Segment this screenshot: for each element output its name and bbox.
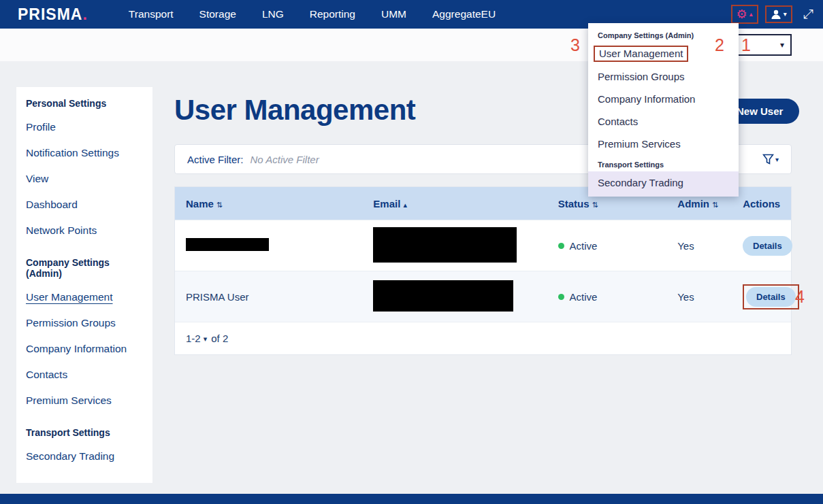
active-filter-value: No Active Filter (251, 154, 319, 165)
gear-icon: ⚙ (737, 8, 747, 20)
sidebar-item-profile[interactable]: Profile (26, 114, 143, 140)
menu-item-company-information[interactable]: Company Information (588, 88, 739, 110)
annotation-box-details: Details (743, 284, 799, 309)
pagination-total: of 2 (211, 333, 228, 344)
filter-menu-button[interactable]: ▾ (762, 154, 779, 165)
cell-actions: Details (732, 236, 791, 256)
sidebar: Personal Settings Profile Notification S… (16, 87, 152, 483)
sidebar-item-contacts[interactable]: Contacts (26, 362, 143, 388)
sort-icon: ⇅ (712, 201, 718, 209)
nav-item-lng[interactable]: LNG (262, 8, 284, 20)
active-filter-label: Active Filter: (187, 154, 244, 165)
sidebar-item-dashboard[interactable]: Dashboard (26, 192, 143, 218)
account-select[interactable]: 1 ▾ (734, 34, 792, 56)
page-title: User Management (174, 94, 415, 127)
settings-gear-button[interactable]: ⚙ ▴ (731, 5, 758, 24)
fullscreen-expand-icon[interactable]: ⤢ (803, 7, 813, 22)
sidebar-item-premium-services[interactable]: Premium Services (26, 388, 143, 414)
cell-status: Active (547, 291, 667, 303)
pagination-range: 1-2 (186, 333, 201, 344)
redacted-email (373, 280, 513, 312)
column-header-email[interactable]: Email▴ (362, 198, 547, 209)
menu-item-secondary-trading[interactable]: Secondary Trading (588, 171, 739, 197)
details-button[interactable]: Details (746, 287, 796, 307)
filter-funnel-icon (762, 154, 774, 165)
pagination-row: 1-2 ▾ of 2 (175, 322, 791, 354)
page: PRISMA. Transport Storage LNG Reporting … (0, 0, 823, 504)
nav-item-aggregateeu[interactable]: AggregateEU (432, 8, 496, 20)
cell-admin: Yes (666, 240, 732, 252)
sidebar-item-network-points[interactable]: Network Points (26, 218, 143, 243)
logo[interactable]: PRISMA. (18, 5, 88, 24)
column-header-name[interactable]: Name⇅ (175, 198, 362, 209)
status-text: Active (570, 240, 598, 252)
chevron-up-icon: ▴ (749, 11, 753, 18)
sidebar-item-view[interactable]: View (26, 166, 143, 192)
cell-name: PRISMA User (175, 291, 362, 303)
column-header-actions: Actions (732, 198, 791, 209)
sidebar-item-secondary-trading[interactable]: Secondary Trading (26, 443, 143, 469)
primary-nav: Transport Storage LNG Reporting UMM Aggr… (129, 8, 496, 20)
menu-item-contacts[interactable]: Contacts (588, 110, 739, 133)
sidebar-item-notification-settings[interactable]: Notification Settings (26, 140, 143, 166)
annotation-number-2: 2 (715, 35, 724, 55)
nav-item-umm[interactable]: UMM (381, 8, 406, 20)
redacted-name (186, 238, 269, 251)
status-active-dot (558, 243, 564, 249)
annotation-number-3: 3 (570, 35, 580, 55)
status-active-dot (558, 294, 564, 300)
nav-item-reporting[interactable]: Reporting (310, 8, 355, 20)
sort-icon: ⇅ (592, 201, 598, 209)
logo-dot: . (82, 5, 87, 23)
annotation-number-1: 1 (741, 35, 751, 55)
chevron-down-icon: ▾ (784, 11, 787, 18)
cell-status: Active (547, 240, 667, 252)
footer-bar (0, 494, 823, 504)
annotation-number-4: 4 (795, 287, 805, 307)
sort-icon: ⇅ (216, 201, 223, 209)
sidebar-section-personal-settings: Personal Settings (26, 98, 143, 109)
sidebar-item-user-management[interactable]: User Management (26, 284, 143, 310)
cell-email (362, 280, 547, 314)
sidebar-section-transport-settings: Transport Settings (26, 427, 143, 438)
cell-actions: Details (732, 284, 791, 309)
users-table: Name⇅ Email▴ Status⇅ Admin⇅ Actions (174, 186, 792, 355)
sort-asc-icon: ▴ (403, 201, 407, 209)
sidebar-section-company-settings: Company Settings (Admin) (26, 257, 143, 279)
table-row: PRISMA User Active Yes Details (175, 271, 791, 322)
navbar-right: ⚙ ▴ ▾ ⤢ (731, 0, 813, 29)
menu-section-transport-settings: Transport Settings (588, 155, 739, 171)
menu-item-permission-groups[interactable]: Permission Groups (588, 65, 739, 88)
table-row: Active Yes Details (175, 220, 791, 271)
cell-admin: Yes (666, 291, 732, 303)
user-icon (771, 9, 781, 20)
pagination-page-size-caret[interactable]: ▾ (204, 335, 208, 343)
column-header-status[interactable]: Status⇅ (547, 198, 667, 209)
nav-item-storage[interactable]: Storage (199, 8, 236, 20)
status-text: Active (570, 291, 598, 303)
details-button[interactable]: Details (743, 236, 792, 256)
logo-text: PRISMA (18, 5, 82, 23)
cell-email (362, 227, 547, 265)
nav-item-transport[interactable]: Transport (129, 8, 174, 20)
menu-item-premium-services[interactable]: Premium Services (588, 133, 739, 155)
chevron-down-icon: ▾ (775, 156, 779, 163)
sidebar-item-permission-groups[interactable]: Permission Groups (26, 310, 143, 336)
cell-name (175, 238, 362, 253)
sidebar-item-company-information[interactable]: Company Information (26, 336, 143, 362)
user-menu-button[interactable]: ▾ (765, 5, 792, 23)
chevron-down-icon: ▾ (780, 40, 784, 50)
column-header-admin[interactable]: Admin⇅ (666, 198, 732, 209)
redacted-email (373, 227, 517, 263)
